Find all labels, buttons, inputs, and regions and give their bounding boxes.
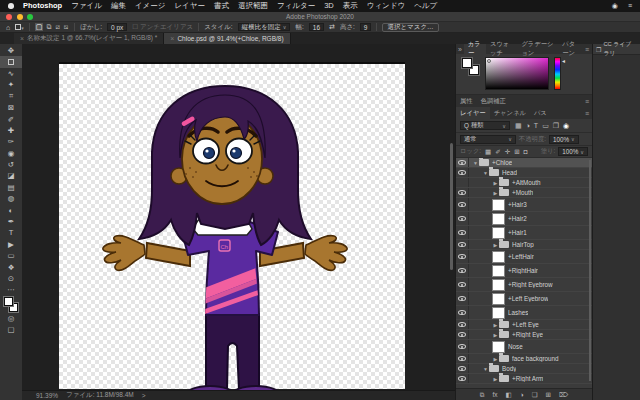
fill-dropdown[interactable]: 100%∨ bbox=[558, 147, 588, 156]
menubar-control-center-icon[interactable]: ≡ bbox=[628, 2, 632, 10]
layer-name[interactable]: Nose bbox=[508, 343, 523, 350]
layers-scrollbar[interactable] bbox=[589, 160, 591, 381]
gradient-tool-icon[interactable]: ▤ bbox=[0, 182, 22, 193]
tab-channels[interactable]: チャンネル bbox=[490, 107, 530, 119]
foreground-background-swatches[interactable] bbox=[462, 57, 480, 77]
menubar-status-dot-icon[interactable]: ◉ bbox=[612, 2, 618, 10]
blend-mode-dropdown[interactable]: 通常∨ bbox=[460, 135, 516, 144]
visibility-eye-icon[interactable] bbox=[456, 240, 469, 249]
height-input[interactable]: 9 bbox=[360, 23, 372, 31]
new-adjustment-layer-icon[interactable]: ◑ bbox=[520, 391, 524, 398]
add-layer-mask-icon[interactable]: ◧ bbox=[506, 391, 512, 399]
layer-row[interactable]: ▼Body bbox=[456, 364, 592, 374]
document-tab-chloe[interactable]: × Chloe.psd @ 91.4%(+Chloe, RGB/8) bbox=[164, 33, 290, 44]
menu-item-7[interactable]: フィルター bbox=[277, 1, 315, 11]
menu-item-6[interactable]: 選択範囲 bbox=[238, 1, 268, 11]
zoom-tool-icon[interactable]: ⊙ bbox=[0, 273, 22, 284]
feather-input[interactable]: 0 px bbox=[107, 23, 127, 31]
hue-slider[interactable] bbox=[554, 57, 561, 90]
pen-tool-icon[interactable]: ✒ bbox=[0, 216, 22, 227]
expand-group-icon[interactable]: ▶ bbox=[492, 190, 499, 196]
visibility-eye-icon[interactable] bbox=[456, 364, 469, 373]
layer-row[interactable]: ▶HairTop bbox=[456, 240, 592, 250]
layer-row[interactable]: +LeftHair bbox=[456, 250, 592, 264]
menu-item-5[interactable]: 書式 bbox=[214, 1, 229, 11]
visibility-eye-icon[interactable] bbox=[456, 306, 469, 319]
status-expand-icon[interactable]: > bbox=[142, 392, 146, 399]
layer-row[interactable]: ▶face background bbox=[456, 354, 592, 364]
visibility-eye-icon[interactable] bbox=[456, 212, 469, 225]
delete-layer-icon[interactable]: ⌦ bbox=[559, 391, 568, 399]
dodge-tool-icon[interactable]: ◐ bbox=[0, 204, 22, 215]
panel-menu-icon[interactable]: ≡ bbox=[585, 110, 592, 117]
lock-image-pixels-icon[interactable]: ✐ bbox=[494, 148, 501, 156]
document-tab-untitled[interactable]: × 名称未設定 1 @ 66.7%(レイヤー 1, RGB/8) * bbox=[14, 33, 164, 44]
layer-name[interactable]: Body bbox=[502, 365, 516, 372]
swap-width-height-icon[interactable]: ⇄ bbox=[329, 23, 335, 31]
hand-tool-icon[interactable]: ❖ bbox=[0, 261, 22, 272]
select-and-mask-button[interactable]: 選択とマスク… bbox=[382, 23, 438, 32]
hue-slider-arrow[interactable]: ◄ bbox=[561, 58, 566, 64]
lock-position-icon[interactable]: ✛ bbox=[504, 148, 511, 156]
layer-row[interactable]: ▶+Right Eye bbox=[456, 330, 592, 340]
tab-gradients[interactable]: グラデーション bbox=[517, 44, 558, 54]
tab-color[interactable]: カラー bbox=[464, 44, 486, 54]
layer-thumbnail[interactable] bbox=[492, 251, 505, 263]
layer-row[interactable]: +RightHair bbox=[456, 264, 592, 278]
type-tool-icon[interactable]: T bbox=[0, 227, 22, 238]
collapse-group-icon[interactable]: ▼ bbox=[482, 366, 489, 372]
layer-name[interactable]: +Hair2 bbox=[508, 215, 527, 222]
width-input[interactable]: 16 bbox=[309, 23, 324, 31]
canvas-pasteboard[interactable]: Ch bbox=[22, 44, 455, 400]
visibility-eye-icon[interactable] bbox=[456, 168, 469, 177]
expand-group-icon[interactable]: ▶ bbox=[492, 242, 499, 248]
layer-name[interactable]: +Left Eyebrow bbox=[508, 295, 548, 302]
layer-row[interactable]: +Hair2 bbox=[456, 212, 592, 226]
menu-item-1[interactable]: ファイル bbox=[71, 1, 102, 11]
filter-toggle-icon[interactable]: ◉ bbox=[563, 122, 569, 130]
color-saturation-field[interactable] bbox=[485, 57, 549, 90]
layer-name[interactable]: Lashes bbox=[508, 309, 528, 316]
canvas-vertical-scrollbar[interactable] bbox=[450, 143, 453, 270]
tab-patterns[interactable]: パターン bbox=[558, 44, 585, 54]
minimize-window-button[interactable] bbox=[17, 14, 23, 20]
layer-thumbnail[interactable] bbox=[492, 227, 505, 239]
rectangular-marquee-tool-icon[interactable] bbox=[0, 56, 22, 67]
visibility-eye-icon[interactable] bbox=[456, 250, 469, 263]
crop-tool-icon[interactable]: ⌗ bbox=[0, 91, 22, 102]
layer-name[interactable]: +Right Eyebrow bbox=[508, 281, 553, 288]
visibility-eye-icon[interactable] bbox=[456, 320, 469, 329]
menu-item-10[interactable]: ウィンドウ bbox=[367, 1, 405, 11]
visibility-hidden[interactable] bbox=[456, 178, 469, 187]
style-dropdown[interactable]: 縦横比を固定∨ bbox=[238, 23, 291, 31]
expand-group-icon[interactable]: ▶ bbox=[492, 322, 499, 328]
menu-item-2[interactable]: 編集 bbox=[111, 1, 126, 11]
layer-thumbnail[interactable] bbox=[492, 213, 505, 225]
layer-row[interactable]: ▶+Right Arm bbox=[456, 374, 592, 384]
blur-tool-icon[interactable]: ◍ bbox=[0, 193, 22, 204]
layer-row[interactable]: ▶+Mouth bbox=[456, 188, 592, 198]
filter-pixel-layers-icon[interactable]: ▦ bbox=[515, 122, 522, 130]
collapse-group-icon[interactable]: ▼ bbox=[482, 170, 489, 176]
menu-item-8[interactable]: 3D bbox=[324, 1, 334, 11]
foreground-background-swatches[interactable] bbox=[3, 297, 19, 312]
filter-adjustment-layers-icon[interactable]: ◑ bbox=[526, 122, 530, 130]
layer-name[interactable]: face background bbox=[512, 355, 559, 362]
filter-type-layers-icon[interactable]: T bbox=[534, 122, 538, 130]
visibility-eye-icon[interactable] bbox=[456, 374, 469, 383]
layer-name[interactable]: +RightHair bbox=[508, 267, 538, 274]
expand-group-icon[interactable]: ▶ bbox=[492, 180, 499, 186]
visibility-eye-icon[interactable] bbox=[456, 158, 469, 167]
layer-row[interactable]: Lashes bbox=[456, 306, 592, 320]
color-picker-marker[interactable] bbox=[487, 59, 491, 63]
close-window-button[interactable] bbox=[6, 14, 12, 20]
quick-mask-mode-icon[interactable]: ◎ bbox=[0, 313, 22, 324]
opacity-dropdown[interactable]: 100%∨ bbox=[549, 135, 579, 144]
layer-thumbnail[interactable] bbox=[492, 341, 505, 353]
layer-row[interactable]: +Hair1 bbox=[456, 226, 592, 240]
apple-logo-icon[interactable] bbox=[8, 3, 14, 9]
edit-toolbar-icon[interactable]: ⋯ bbox=[0, 284, 22, 295]
filter-shape-layers-icon[interactable]: ▭ bbox=[542, 122, 549, 130]
lock-artboard-icon[interactable]: ⊞ bbox=[513, 148, 520, 156]
layer-row[interactable]: +Left Eyebrow bbox=[456, 292, 592, 306]
